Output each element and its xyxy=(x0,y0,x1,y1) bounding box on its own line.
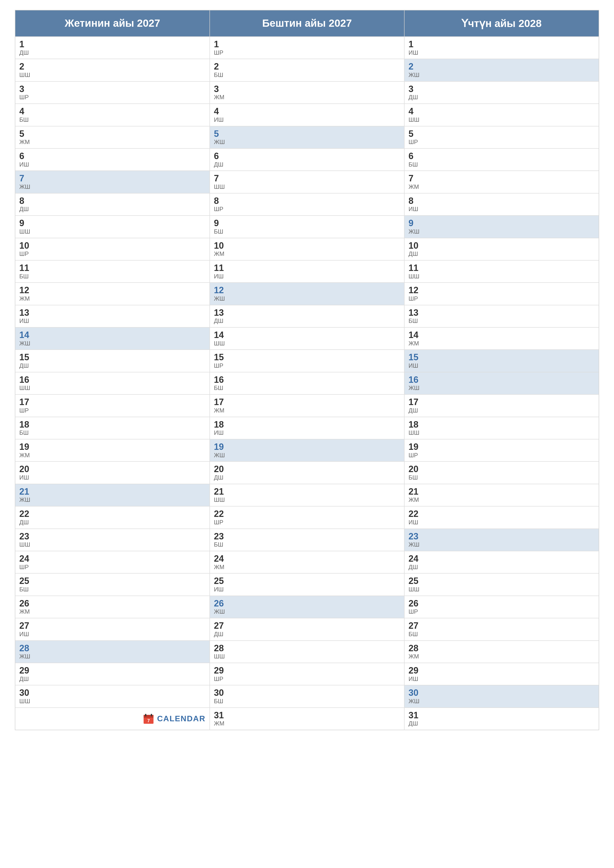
day-cell-m0-d3: 4БШ xyxy=(15,104,210,126)
day-number: 3 xyxy=(19,84,205,94)
day-cell-m2-d27: 28ЖМ xyxy=(404,641,599,663)
day-cell-m1-d14: 15ШР xyxy=(210,350,404,372)
day-abbr: ИШ xyxy=(214,586,400,593)
month-header-2: Үчтүн айы 2028 xyxy=(404,10,599,37)
day-abbr: ШШ xyxy=(19,71,205,79)
day-cell-m0-d23: 24ШР xyxy=(15,551,210,573)
calendar-icon: 7 xyxy=(143,713,154,724)
day-cell-m1-d28: 29ШР xyxy=(210,663,404,685)
day-cell-m1-d22: 23БШ xyxy=(210,529,404,551)
day-number: 7 xyxy=(19,174,205,183)
day-abbr: БШ xyxy=(214,228,400,235)
day-number: 29 xyxy=(409,666,595,676)
day-abbr: БШ xyxy=(409,318,595,325)
day-abbr: ЖШ xyxy=(19,653,205,660)
day-cell-m0-d10: 11БШ xyxy=(15,260,210,282)
day-cell-m2-d15: 16ЖШ xyxy=(404,372,599,394)
day-number: 4 xyxy=(214,106,400,116)
day-abbr: ШР xyxy=(409,608,595,615)
day-number: 2 xyxy=(19,62,205,71)
day-number: 30 xyxy=(214,688,400,698)
day-abbr: БШ xyxy=(19,586,205,593)
day-number: 28 xyxy=(214,643,400,653)
day-cell-m2-d16: 17ДШ xyxy=(404,394,599,417)
day-cell-m1-d20: 21ШШ xyxy=(210,484,404,506)
day-abbr: ИШ xyxy=(409,206,595,213)
day-number: 28 xyxy=(19,643,205,653)
day-number: 8 xyxy=(19,196,205,206)
day-abbr: ИШ xyxy=(19,318,205,325)
day-cell-m0-d25: 26ЖМ xyxy=(15,596,210,618)
day-abbr: ДШ xyxy=(19,362,205,369)
day-abbr: ДШ xyxy=(19,49,205,56)
day-cell-m1-d4: 5ЖШ xyxy=(210,126,404,149)
day-abbr: ШР xyxy=(19,94,205,101)
day-abbr: ЖМ xyxy=(19,452,205,459)
day-number: 22 xyxy=(214,509,400,519)
day-number: 27 xyxy=(409,621,595,631)
day-number: 19 xyxy=(19,442,205,452)
day-cell-m2-d21: 22ИШ xyxy=(404,506,599,529)
day-abbr: ЖМ xyxy=(19,295,205,302)
day-abbr: ЖМ xyxy=(214,407,400,414)
day-cell-m2-d1: 2ЖШ xyxy=(404,59,599,81)
day-number: 13 xyxy=(214,308,400,318)
day-cell-m2-d14: 15ИШ xyxy=(404,350,599,372)
svg-text:7: 7 xyxy=(147,718,150,723)
day-abbr: ЖШ xyxy=(214,139,400,146)
day-abbr: ИШ xyxy=(409,362,595,369)
day-number: 8 xyxy=(409,196,595,206)
day-cell-m0-d28: 29ДШ xyxy=(15,663,210,685)
day-number: 10 xyxy=(214,241,400,251)
day-abbr: ШШ xyxy=(214,496,400,504)
day-number: 16 xyxy=(409,375,595,385)
day-abbr: ШР xyxy=(19,250,205,257)
day-number: 14 xyxy=(19,330,205,340)
day-number: 21 xyxy=(19,487,205,497)
day-abbr: ШШ xyxy=(214,340,400,347)
day-cell-m2-d30: 31ДШ xyxy=(404,708,599,730)
day-cell-m0-d17: 18БШ xyxy=(15,417,210,439)
day-number: 25 xyxy=(409,576,595,586)
day-abbr: БШ xyxy=(214,384,400,392)
day-number: 27 xyxy=(19,621,205,631)
day-cell-m0-d14: 15ДШ xyxy=(15,350,210,372)
day-cell-m0-d9: 10ШР xyxy=(15,238,210,260)
day-cell-m1-d1: 2БШ xyxy=(210,59,404,81)
day-number: 11 xyxy=(19,263,205,273)
day-abbr: ДШ xyxy=(409,94,595,101)
day-number: 25 xyxy=(214,576,400,586)
day-cell-m2-d29: 30ЖШ xyxy=(404,685,599,707)
day-abbr: ШР xyxy=(214,206,400,213)
day-abbr: ЖШ xyxy=(19,183,205,191)
day-cell-m1-d19: 20ДШ xyxy=(210,462,404,484)
day-cell-m1-d9: 10ЖМ xyxy=(210,238,404,260)
day-abbr: БШ xyxy=(19,273,205,280)
day-abbr: ЖШ xyxy=(214,608,400,615)
day-abbr: ЖМ xyxy=(214,94,400,101)
day-cell-m2-d9: 10ДШ xyxy=(404,238,599,260)
day-number: 19 xyxy=(214,442,400,452)
day-cell-m2-d28: 29ИШ xyxy=(404,663,599,685)
day-cell-m0-d24: 25БШ xyxy=(15,573,210,595)
day-cell-m2-d25: 26ШР xyxy=(404,596,599,618)
day-cell-m2-d0: 1ИШ xyxy=(404,37,599,59)
day-abbr: ШР xyxy=(214,519,400,526)
day-cell-m2-d7: 8ИШ xyxy=(404,193,599,215)
day-abbr: ДШ xyxy=(19,519,205,526)
day-number: 18 xyxy=(409,420,595,429)
day-cell-m1-d8: 9БШ xyxy=(210,215,404,238)
day-abbr: ШШ xyxy=(409,273,595,280)
day-abbr: ШШ xyxy=(409,429,595,437)
day-number: 14 xyxy=(409,330,595,340)
day-cell-m0-d22: 23ШШ xyxy=(15,529,210,551)
calendar-brand: 7 CALENDAR xyxy=(143,713,205,724)
day-abbr: ЖШ xyxy=(409,698,595,705)
day-abbr: ИШ xyxy=(214,429,400,437)
day-number: 7 xyxy=(409,174,595,183)
day-cell-m0-d8: 9ШШ xyxy=(15,215,210,238)
day-number: 4 xyxy=(19,106,205,116)
day-abbr: ИШ xyxy=(19,631,205,638)
day-abbr: ШШ xyxy=(409,116,595,124)
day-cell-m2-d22: 23ЖШ xyxy=(404,529,599,551)
